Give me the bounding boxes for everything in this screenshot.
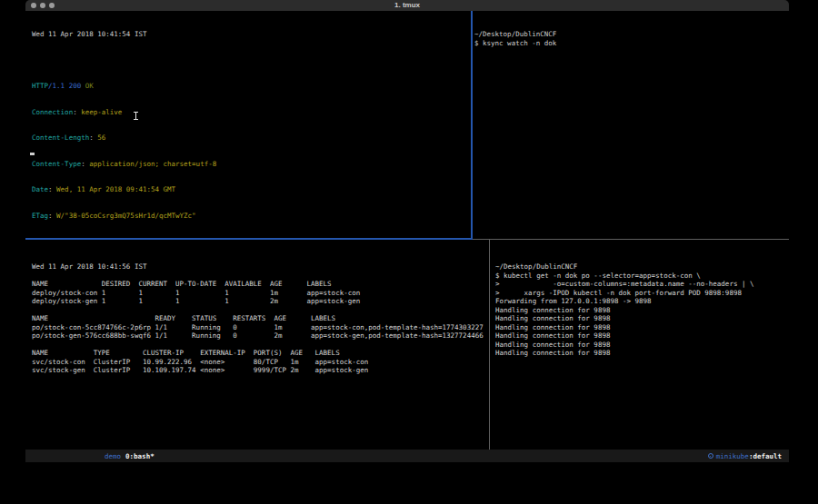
terminal-output: ~/Desktop/DublinCNCF $ kubectl get -n do… xyxy=(495,262,789,358)
kube-namespace: :default xyxy=(749,452,782,460)
session-name[interactable]: demo xyxy=(105,452,121,460)
http-header-line: Connection: keep-alive xyxy=(32,108,471,117)
shell-cursor xyxy=(30,153,35,155)
tmux-terminal: Wed 11 Apr 2018 10:41:54 IST HTTP/1.1 20… xyxy=(25,11,789,450)
window-title: 1. tmux xyxy=(25,0,789,11)
pane-ksync-watch[interactable]: ~/Desktop/DublinCNCF $ ksync watch -n do… xyxy=(473,11,789,238)
http-status-line: HTTP/1.1 200 OK xyxy=(32,82,471,91)
active-window-label[interactable]: 0:bash* xyxy=(125,452,155,460)
terminal-output: ~/Desktop/DublinCNCF $ ksync watch -n do… xyxy=(474,30,789,47)
terminal-output: Wed 11 Apr 2018 10:41:56 IST NAME DESIRE… xyxy=(32,262,489,375)
http-header-line: ETag: W/"38-05coCsrg3mQ75sHr1d/qcMTwYZc" xyxy=(32,212,471,221)
status-right: minikube :default xyxy=(708,452,782,460)
kubernetes-icon xyxy=(708,453,713,459)
terminal-window: 1. tmux Wed 11 Apr 2018 10:41:54 IST HTT… xyxy=(25,0,789,462)
tmux-status-bar: demo 0:bash* minikube :default xyxy=(25,450,789,462)
pane-port-forward[interactable]: ~/Desktop/DublinCNCF $ kubectl get -n do… xyxy=(490,240,789,450)
http-header-line: Content-Length: 56 xyxy=(32,133,471,143)
desktop-background: 1. tmux Wed 11 Apr 2018 10:41:54 IST HTT… xyxy=(0,0,818,504)
kube-context: minikube xyxy=(716,452,749,460)
pane-timestamp: Wed 11 Apr 2018 10:41:54 IST xyxy=(32,30,471,39)
pane-http-response[interactable]: Wed 11 Apr 2018 10:41:54 IST HTTP/1.1 20… xyxy=(25,11,471,238)
http-header-line: Date: Wed, 11 Apr 2018 09:41:54 GMT xyxy=(32,185,471,194)
mouse-ibeam-cursor xyxy=(134,112,138,120)
window-titlebar[interactable]: 1. tmux xyxy=(25,0,789,11)
pane-kubectl-get[interactable]: Wed 11 Apr 2018 10:41:56 IST NAME DESIRE… xyxy=(25,240,489,450)
http-header-line: Content-Type: application/json; charset=… xyxy=(32,160,471,169)
